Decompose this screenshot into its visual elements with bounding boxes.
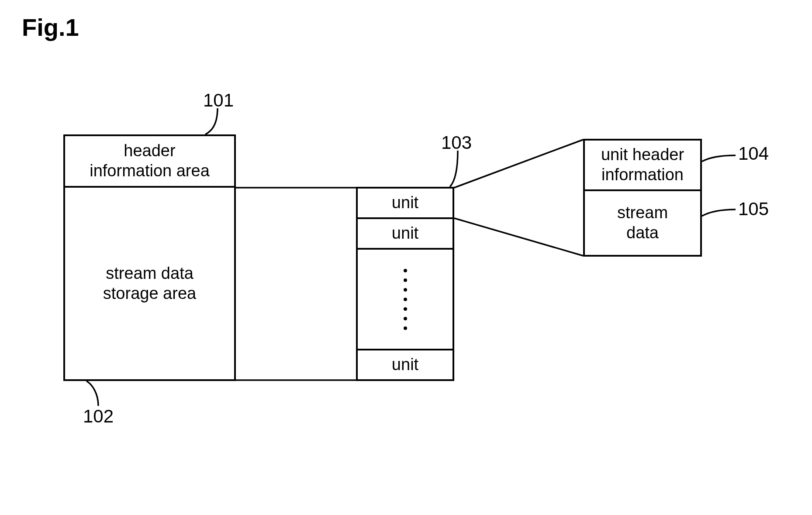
svg-line-3	[454, 218, 583, 256]
unit-ellipsis-row	[356, 248, 454, 350]
ref-102: 102	[83, 406, 114, 427]
svg-line-2	[454, 140, 583, 188]
unit-label: unit	[392, 355, 418, 375]
ref-103: 103	[441, 132, 472, 153]
unit-label: unit	[392, 223, 418, 244]
stream-data-label: stream data	[617, 203, 668, 243]
ref-104: 104	[738, 143, 769, 164]
stream-data-storage-area: stream data storage area	[63, 186, 236, 381]
unit-row: unit	[356, 349, 454, 381]
file-structure-block: header information area stream data stor…	[63, 134, 236, 381]
ref-101: 101	[203, 90, 234, 111]
unit-list-block: unit unit unit	[356, 187, 454, 381]
unit-label: unit	[392, 193, 418, 213]
figure-title: Fig.1	[22, 13, 79, 41]
header-area-label: header information area	[90, 141, 210, 181]
unit-header-information: unit header information	[583, 139, 702, 191]
ref-105: 105	[738, 199, 769, 220]
vertical-ellipsis-icon	[404, 269, 407, 330]
storage-area-label: stream data storage area	[103, 264, 196, 303]
unit-row: unit	[356, 217, 454, 250]
unit-row: unit	[356, 187, 454, 219]
stream-data-box: stream data	[583, 189, 702, 257]
unit-detail-block: unit header information stream data	[583, 139, 702, 257]
unit-header-label: unit header information	[601, 145, 684, 185]
header-information-area: header information area	[63, 134, 236, 188]
